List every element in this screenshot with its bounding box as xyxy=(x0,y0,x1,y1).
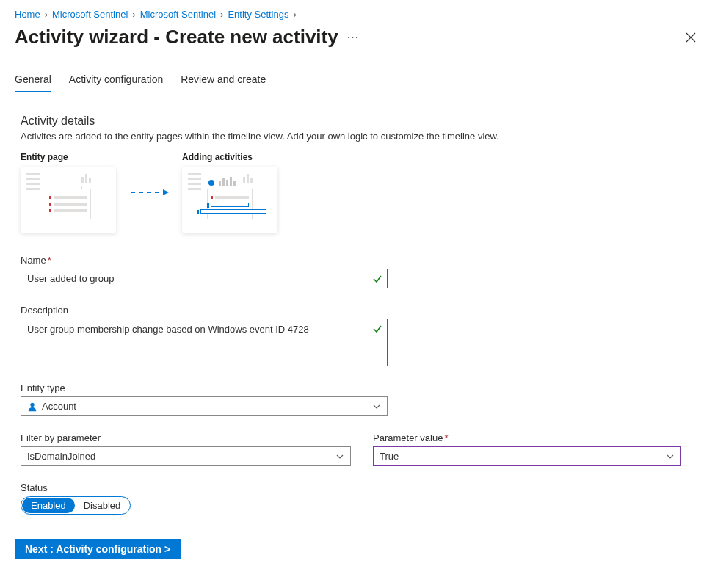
filter-by-label: Filter by parameter xyxy=(21,432,351,443)
status-disabled-option[interactable]: Disabled xyxy=(75,498,130,513)
illustration: Entity page Adding activities xyxy=(21,152,700,233)
close-button[interactable] xyxy=(681,28,700,47)
chevron-right-icon: › xyxy=(293,9,296,20)
section-description: Activites are added to the entity pages … xyxy=(21,131,700,142)
tab-general[interactable]: General xyxy=(15,69,51,92)
parameter-value-select[interactable]: True xyxy=(373,446,681,466)
tab-review-and-create[interactable]: Review and create xyxy=(181,69,266,92)
illustration-label-entity-page: Entity page xyxy=(21,152,116,162)
breadcrumb-home[interactable]: Home xyxy=(15,9,40,20)
filter-by-value: IsDomainJoined xyxy=(27,451,95,462)
chevron-right-icon: › xyxy=(45,9,48,20)
illustration-entity-card xyxy=(21,167,116,233)
entity-type-value: Account xyxy=(42,401,76,412)
more-icon[interactable]: ··· xyxy=(347,31,359,44)
breadcrumb: Home › Microsoft Sentinel › Microsoft Se… xyxy=(15,9,700,20)
section-title: Activity details xyxy=(21,115,700,128)
status-toggle[interactable]: Enabled Disabled xyxy=(21,496,131,515)
parameter-value-value: True xyxy=(380,451,399,462)
chevron-right-icon: › xyxy=(220,9,223,20)
illustration-label-adding-activities: Adding activities xyxy=(182,152,277,162)
breadcrumb-entity-settings[interactable]: Entity Settings xyxy=(228,9,288,20)
close-icon xyxy=(686,32,696,43)
chevron-down-icon xyxy=(666,452,675,461)
parameter-value-label: Parameter value* xyxy=(373,432,681,443)
entity-type-label: Entity type xyxy=(21,382,700,393)
chevron-right-icon: › xyxy=(132,9,135,20)
status-enabled-option[interactable]: Enabled xyxy=(22,498,75,513)
breadcrumb-sentinel-2[interactable]: Microsoft Sentinel xyxy=(140,9,216,20)
breadcrumb-sentinel-1[interactable]: Microsoft Sentinel xyxy=(52,9,128,20)
tabs: General Activity configuration Review an… xyxy=(15,69,700,92)
description-label: Description xyxy=(21,305,700,316)
status-label: Status xyxy=(21,482,700,493)
account-icon xyxy=(27,402,37,412)
arrow-right-icon xyxy=(131,192,167,193)
check-icon xyxy=(372,274,382,284)
page-title: Activity wizard - Create new activity xyxy=(15,26,338,48)
description-input[interactable]: User group membership change based on Wi… xyxy=(21,319,387,363)
chevron-down-icon xyxy=(335,452,344,461)
filter-by-select[interactable]: IsDomainJoined xyxy=(21,446,351,466)
svg-point-0 xyxy=(30,402,34,406)
name-label: Name* xyxy=(21,255,700,266)
check-icon xyxy=(372,324,382,334)
name-input[interactable] xyxy=(21,269,387,288)
entity-type-select[interactable]: Account xyxy=(21,396,388,416)
next-button[interactable]: Next : Activity configuration > xyxy=(15,539,181,559)
chevron-down-icon xyxy=(372,402,381,411)
illustration-activity-card xyxy=(182,167,277,233)
tab-activity-configuration[interactable]: Activity configuration xyxy=(69,69,163,92)
